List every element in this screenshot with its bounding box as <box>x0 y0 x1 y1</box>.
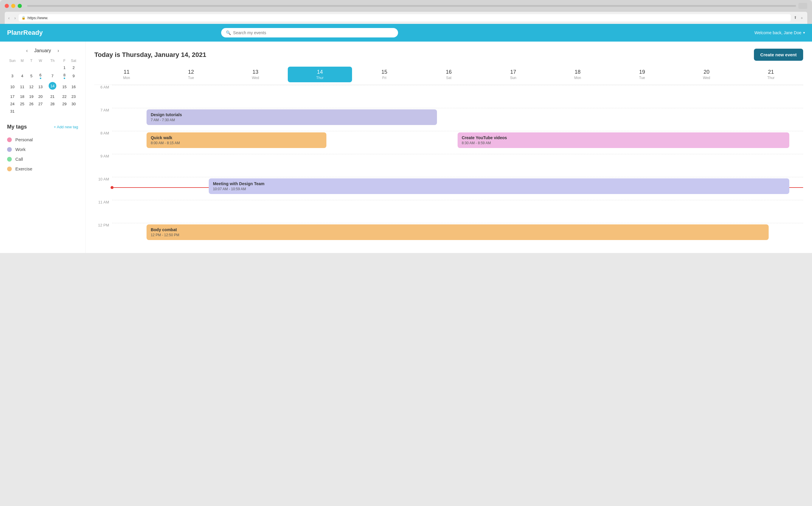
event-block[interactable]: Body combat 12 PM - 12:50 PM <box>147 225 769 240</box>
tag-item[interactable]: Work <box>7 145 78 154</box>
calendar-day[interactable]: 15 <box>60 81 69 93</box>
week-day-name: Fri <box>353 76 416 80</box>
calendar-day[interactable]: 24 <box>7 100 18 108</box>
calendar-day[interactable]: 26 <box>27 100 36 108</box>
calendar-day[interactable]: 25 <box>18 100 27 108</box>
tag-dot <box>7 167 12 171</box>
add-tab-icon[interactable]: ＋ <box>800 15 804 21</box>
prev-month-btn[interactable]: ‹ <box>24 48 29 54</box>
calendar-day[interactable]: 1 <box>60 64 69 71</box>
week-day[interactable]: 14 Thur <box>288 67 352 82</box>
event-time: 12 PM - 12:50 PM <box>151 233 764 237</box>
calendar-day <box>69 108 78 115</box>
add-tag-btn[interactable]: + Add new tag <box>54 125 78 129</box>
create-event-button[interactable]: Create new event <box>754 49 803 61</box>
week-day[interactable]: 12 Tue <box>159 67 223 82</box>
col-f: F <box>60 58 69 64</box>
back-icon[interactable]: ‹ <box>8 16 10 20</box>
calendar-day[interactable]: 10 <box>7 81 18 93</box>
tag-item[interactable]: Exercise <box>7 164 78 174</box>
event-block[interactable]: Meeting with Design Team 10:07 AM - 10:5… <box>209 178 789 194</box>
tag-label: Exercise <box>15 166 32 171</box>
calendar-day[interactable]: 12 <box>27 81 36 93</box>
next-month-btn[interactable]: › <box>56 48 61 54</box>
calendar-day[interactable]: 27 <box>36 100 45 108</box>
time-dot <box>110 186 113 189</box>
calendar-day[interactable]: 18 <box>18 93 27 100</box>
event-title: Create YouTube videos <box>462 135 785 140</box>
calendar-day[interactable]: 7 <box>45 71 60 81</box>
event-block[interactable]: Create YouTube videos 8:30 AM - 8:59 AM <box>458 133 789 148</box>
calendar-day <box>36 64 45 71</box>
week-day[interactable]: 16 Sat <box>417 67 481 82</box>
tag-item[interactable]: Personal <box>7 135 78 145</box>
calendar-day[interactable]: 3 <box>7 71 18 81</box>
time-label: 8 AM <box>94 131 112 135</box>
calendar-day[interactable]: 17 <box>7 93 18 100</box>
week-day[interactable]: 18 Mon <box>545 67 610 82</box>
calendar-day[interactable]: 6 <box>36 71 45 81</box>
tag-dot <box>7 157 12 162</box>
calendar-day[interactable]: 28 <box>45 100 60 108</box>
calendar-day <box>36 108 45 115</box>
col-t: T <box>27 58 36 64</box>
calendar-day[interactable]: 20 <box>36 93 45 100</box>
calendar-day[interactable]: 13 <box>36 81 45 93</box>
tags-header: My tags + Add new tag <box>7 124 78 130</box>
week-day[interactable]: 21 Thur <box>739 67 803 82</box>
calendar-day[interactable]: 30 <box>69 100 78 108</box>
calendar-day <box>27 64 36 71</box>
col-sat: Sat <box>69 58 78 64</box>
calendar-day[interactable]: 31 <box>7 108 18 115</box>
calendar-day[interactable]: 19 <box>27 93 36 100</box>
time-row: 12 PM Body combat 12 PM - 12:50 PM <box>94 223 803 246</box>
week-day-num: 18 <box>547 69 609 75</box>
calendar-day[interactable]: 22 <box>60 93 69 100</box>
tag-item[interactable]: Call <box>7 154 78 164</box>
week-day[interactable]: 19 Tue <box>610 67 674 82</box>
calendar-day[interactable]: 23 <box>69 93 78 100</box>
url-bar[interactable]: 🔒 https://www. <box>19 14 791 21</box>
time-row: 7 AM Design tutorials 7 AM - 7:30 AM <box>94 108 803 131</box>
calendar-day[interactable]: 21 <box>45 93 60 100</box>
new-tab-btn[interactable] <box>798 3 807 9</box>
search-bar[interactable]: 🔍 <box>221 28 398 37</box>
week-day[interactable]: 17 Sun <box>481 67 545 82</box>
calendar-day[interactable]: 5 <box>27 71 36 81</box>
time-line-area <box>112 200 803 223</box>
week-day[interactable]: 13 Wed <box>223 67 288 82</box>
content-area: Today is Thursday, January 14, 2021 Crea… <box>86 41 812 253</box>
maximize-btn[interactable] <box>18 4 22 8</box>
close-btn[interactable] <box>5 4 9 8</box>
browser-actions: ⬆ ＋ <box>794 15 804 21</box>
title-prefix: Today is <box>94 51 122 58</box>
calendar-day[interactable]: 2 <box>69 64 78 71</box>
event-block[interactable]: Design tutorials 7 AM - 7:30 AM <box>147 109 437 125</box>
calendar-day[interactable]: 29 <box>60 100 69 108</box>
calendar-day[interactable]: 8 <box>60 71 69 81</box>
calendar-grid: Sun M T W Th F Sat 123456789101112131415… <box>7 58 78 115</box>
forward-icon[interactable]: › <box>14 16 16 20</box>
minimize-btn[interactable] <box>11 4 15 8</box>
week-day[interactable]: 11 Mon <box>94 67 159 82</box>
calendar-day[interactable]: 16 <box>69 81 78 93</box>
share-icon[interactable]: ⬆ <box>794 15 797 21</box>
user-greeting[interactable]: Welcome back, Jane Doe ▾ <box>754 30 805 35</box>
event-time: 8:30 AM - 8:59 AM <box>462 141 785 145</box>
time-line-area: Body combat 12 PM - 12:50 PM <box>112 223 803 246</box>
event-block[interactable]: Quick walk 8:00 AM - 8:15 AM <box>147 133 326 148</box>
calendar-day[interactable]: 11 <box>18 81 27 93</box>
nav-buttons: ‹ › <box>8 16 16 20</box>
calendar-day[interactable]: 4 <box>18 71 27 81</box>
time-label: 9 AM <box>94 154 112 158</box>
week-day[interactable]: 20 Wed <box>674 67 739 82</box>
week-day[interactable]: 15 Fri <box>352 67 417 82</box>
week-day-num: 14 <box>289 69 351 75</box>
calendar-day <box>45 64 60 71</box>
calendar-day[interactable]: 9 <box>69 71 78 81</box>
time-line-area <box>112 154 803 177</box>
week-day-num: 15 <box>353 69 416 75</box>
time-row: 9 AM <box>94 154 803 177</box>
calendar-day[interactable]: 14 <box>45 81 60 93</box>
search-input[interactable] <box>233 30 393 35</box>
